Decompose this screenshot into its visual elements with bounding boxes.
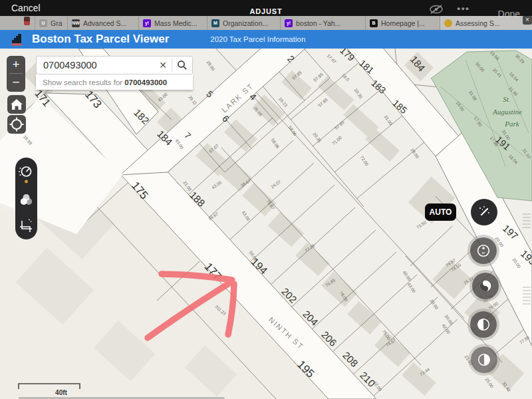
exposure-dial[interactable] <box>470 237 497 264</box>
cancel-button[interactable]: Cancel <box>11 3 41 13</box>
home-icon <box>7 95 26 114</box>
browser-tab-2[interactable]: y!Mass Medic... <box>138 16 207 30</box>
suggestion-value: 0700493000 <box>124 78 167 86</box>
browser-tab-bar: UGraNWAdvanced S...y!Mass Medic...MOrgan… <box>0 16 532 31</box>
adjust-modified-dot <box>25 180 28 184</box>
crop-tool-icon[interactable] <box>20 219 32 232</box>
parcel-search-box[interactable]: 0700493000 ✕ <box>36 56 193 74</box>
tab-label: Advanced S... <box>83 19 126 27</box>
browser-tab-1[interactable]: NWAdvanced S... <box>67 16 138 30</box>
brilliance-dial[interactable] <box>472 273 499 299</box>
parcel-map[interactable]: LARK STNINTH ST1711731751771951821847564… <box>0 49 532 399</box>
browser-tab-0[interactable]: UGra <box>35 16 67 30</box>
browser-tab-3[interactable]: MOrganization... <box>207 16 280 30</box>
zoom-out-button[interactable]: − <box>7 74 25 91</box>
tab-favicon: U <box>39 19 47 27</box>
tab-label: Assessing S... <box>456 19 500 27</box>
tab-label: Homepage |... <box>381 19 425 27</box>
browser-tab-4[interactable]: y!boston - Yah... <box>280 16 365 30</box>
search-input[interactable]: 0700493000 <box>37 60 154 70</box>
shadows-icon <box>476 352 492 368</box>
tab-label: Mass Medic... <box>154 19 198 27</box>
tab-favicon: M <box>211 19 219 27</box>
tab-favicon: y! <box>143 19 151 27</box>
my-location-button[interactable] <box>7 115 26 134</box>
adjust-mode-title: ADJUST <box>0 7 532 15</box>
close-tab-button[interactable]: × <box>523 15 532 25</box>
scale-label: 40ft <box>55 389 67 396</box>
tab-label: boston - Yah... <box>296 19 340 27</box>
auto-adjust-chip[interactable]: AUTO <box>425 203 456 221</box>
app-header: Boston Tax Parcel Viewer 2020 Tax Parcel… <box>0 30 532 49</box>
auto-enhance-button[interactable] <box>471 199 497 225</box>
highlights-dial[interactable] <box>470 311 497 338</box>
tab-favicon: B <box>370 19 378 27</box>
search-icon <box>177 60 188 70</box>
home-extent-button[interactable] <box>7 95 26 114</box>
tab-favicon: y! <box>285 19 293 27</box>
hide-annotations-icon[interactable] <box>429 5 444 17</box>
zoom-in-button[interactable]: + <box>7 56 25 73</box>
park-name-label: St. <box>503 95 510 103</box>
filters-tool-icon[interactable] <box>21 194 32 205</box>
tab-favicon <box>444 19 452 27</box>
park-name-label: Augustine <box>492 108 522 116</box>
tab-favicon: NW <box>72 19 80 27</box>
clear-search-icon[interactable]: ✕ <box>154 60 172 70</box>
browser-tab-5[interactable]: BHomepage |... <box>365 16 440 30</box>
suggestion-text: Show search results for <box>43 78 122 86</box>
page-subtitle: 2020 Tax Parcel Information <box>210 35 305 43</box>
partial-tab-favicon[interactable] <box>24 17 30 25</box>
gps-target-icon <box>7 115 26 134</box>
zoom-control: + − <box>7 56 25 92</box>
search-suggestion[interactable]: Show search results for 0700493000 <box>36 74 193 90</box>
boston-city-logo <box>11 33 25 50</box>
brilliance-icon <box>477 278 493 294</box>
exposure-icon <box>475 243 491 259</box>
adjust-tool-icon[interactable] <box>19 167 31 183</box>
search-button[interactable] <box>172 60 192 70</box>
done-button[interactable]: Done <box>498 9 520 19</box>
more-options-icon[interactable]: ●●● <box>457 5 469 12</box>
park-name-label: Park <box>504 120 520 128</box>
photo-edit-screen: { "editor": { "cancel": "Cancel", "mode"… <box>0 0 532 399</box>
page-title: Boston Tax Parcel Viewer <box>32 33 169 46</box>
highlights-icon <box>475 317 491 332</box>
shadows-dial[interactable] <box>471 346 497 373</box>
edit-mode-pill <box>15 158 37 239</box>
magic-wand-icon <box>476 204 492 220</box>
tab-label: Organization... <box>223 19 268 27</box>
tab-label: Gra <box>51 19 63 27</box>
